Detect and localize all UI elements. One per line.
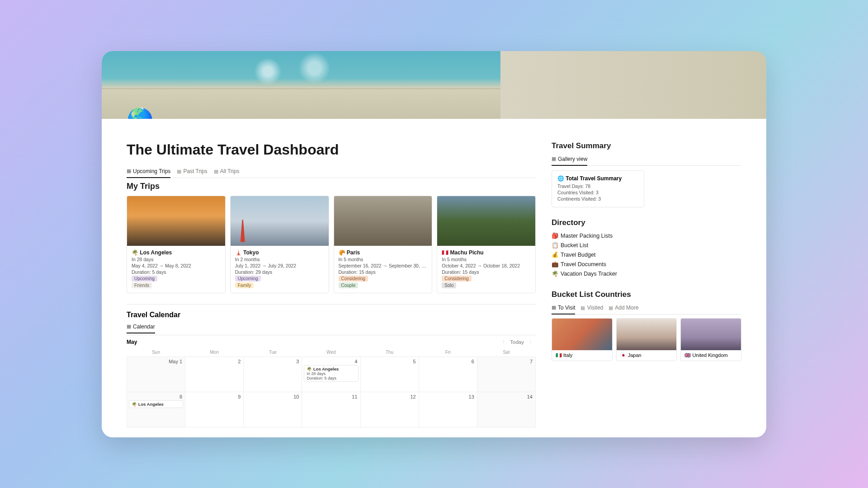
trip-duration: Duration: 15 days xyxy=(442,269,531,275)
type-tag: Friends xyxy=(132,282,152,288)
travel-summary-card[interactable]: 🌐 Total Travel Summary Travel Days: 78 C… xyxy=(552,170,644,207)
calendar-day[interactable]: 13 xyxy=(469,394,474,399)
status-tag: Considering xyxy=(442,276,471,282)
status-tag: Upcoming xyxy=(235,276,261,282)
status-tag: Upcoming xyxy=(132,276,157,282)
directory-list: 🎒Master Packing Lists📋Bucket List💰Travel… xyxy=(552,231,741,278)
tab-all-trips[interactable]: ▦ All Trips xyxy=(214,166,240,178)
directory-item[interactable]: 💰Travel Budget xyxy=(552,250,741,259)
trip-dates: July 1, 2022 → July 29, 2022 xyxy=(235,263,324,268)
bucket-list-heading: Bucket List Countries xyxy=(552,290,741,299)
country-image xyxy=(617,319,677,350)
calendar-day[interactable]: 3 xyxy=(296,359,299,364)
bucket-country-card[interactable]: 🇯🇵 Japan xyxy=(616,318,677,361)
calendar-event[interactable]: 🌴 Los Angeles In 28 days Duration: 5 day… xyxy=(304,365,358,382)
calendar-today-button[interactable]: Today xyxy=(510,339,524,345)
page-icon[interactable]: 🌎 xyxy=(127,107,154,119)
calendar-next-icon[interactable]: 〉 xyxy=(528,338,536,346)
calendar-day[interactable]: 2 xyxy=(238,359,241,364)
country-name: 🇮🇹 Italy xyxy=(552,350,612,361)
trip-title: 🇵🇪 Machu Pichu xyxy=(442,249,531,256)
grid-icon: ▦ xyxy=(214,169,218,174)
calendar-day[interactable]: 7 xyxy=(530,359,533,364)
trip-duration: Duration: 29 days xyxy=(235,269,324,275)
tab-visited[interactable]: ▦ Visited xyxy=(580,303,603,314)
country-name: 🇬🇧 United Kingdom xyxy=(681,350,741,361)
calendar-day[interactable]: 6 xyxy=(472,359,474,364)
trip-grid: 🌴 Los AngelesIn 28 daysMay 4, 2022 → May… xyxy=(127,196,536,293)
calendar-day[interactable]: 10 xyxy=(293,394,299,399)
gallery-icon: ▦ xyxy=(552,156,556,162)
app-window: 🌎 The Ultimate Travel Dashboard ▦ Upcomi… xyxy=(102,51,766,437)
trip-cover-image xyxy=(231,196,329,246)
trip-when: In 5 months xyxy=(442,257,531,262)
trip-card[interactable]: 🗼 TokyoIn 2 monthsJuly 1, 2022 → July 29… xyxy=(230,196,329,293)
calendar-day-header: Mon xyxy=(185,348,244,357)
tab-gallery-view[interactable]: ▦ Gallery view xyxy=(552,154,587,166)
grid-icon: ▦ xyxy=(580,305,585,311)
grid-icon: ▦ xyxy=(177,169,181,174)
trip-card[interactable]: 🥐 ParisIn 5 monthsSeptember 16, 2022 → S… xyxy=(334,196,433,293)
calendar-day[interactable]: 11 xyxy=(352,394,357,399)
tab-past-trips[interactable]: ▦ Past Trips xyxy=(177,166,207,178)
directory-item[interactable]: 📋Bucket List xyxy=(552,240,741,250)
calendar-day[interactable]: 14 xyxy=(527,394,533,399)
trip-cover-image xyxy=(437,196,535,246)
calendar-prev-icon[interactable]: 〈 xyxy=(498,338,506,346)
page-title: The Ultimate Travel Dashboard xyxy=(127,141,536,158)
my-trips-heading: My Trips xyxy=(127,182,536,191)
directory-item[interactable]: 💼Travel Documents xyxy=(552,259,741,269)
trip-cover-image xyxy=(334,196,432,246)
directory-item[interactable]: 🎒Master Packing Lists xyxy=(552,231,741,240)
calendar-day-header: Thu xyxy=(360,348,419,357)
trip-card[interactable]: 🇵🇪 Machu PichuIn 5 monthsOctober 4, 2022… xyxy=(437,196,536,293)
country-name: 🇯🇵 Japan xyxy=(617,350,677,361)
trip-card[interactable]: 🌴 Los AngelesIn 28 daysMay 4, 2022 → May… xyxy=(127,196,226,293)
trip-duration: Duration: 15 days xyxy=(339,269,428,275)
trip-cover-image xyxy=(127,196,225,246)
tab-calendar[interactable]: ▦ Calendar xyxy=(127,322,155,333)
calendar-day[interactable]: May 1 xyxy=(169,359,182,364)
directory-item-icon: 🌴 xyxy=(552,270,561,277)
grid-icon: ▦ xyxy=(127,168,131,174)
calendar-icon: ▦ xyxy=(127,324,131,329)
tab-upcoming-trips[interactable]: ▦ Upcoming Trips xyxy=(127,166,170,178)
tab-add-more[interactable]: ▦ Add More xyxy=(609,303,638,314)
trip-title: 🗼 Tokyo xyxy=(235,249,324,256)
country-image xyxy=(681,319,741,350)
trip-duration: Duration: 5 days xyxy=(132,269,221,275)
trip-dates: October 4, 2022 → October 18, 2022 xyxy=(442,263,531,268)
type-tag: Solo xyxy=(442,282,456,288)
travel-calendar-heading: Travel Calendar xyxy=(127,311,536,319)
grid-icon: ▦ xyxy=(609,305,613,311)
calendar-day[interactable]: 9 xyxy=(238,394,241,399)
calendar-day-header: Tue xyxy=(244,348,302,357)
directory-item[interactable]: 🌴Vacation Days Tracker xyxy=(552,269,741,278)
country-image xyxy=(552,319,612,350)
trip-when: In 5 months xyxy=(339,257,428,262)
calendar-event[interactable]: 🌴 Los Angeles xyxy=(129,400,183,408)
directory-item-icon: 🎒 xyxy=(552,232,561,239)
status-tag: Considering xyxy=(339,276,368,282)
divider xyxy=(127,304,536,305)
trip-title: 🌴 Los Angeles xyxy=(132,249,221,256)
calendar-day[interactable]: 5 xyxy=(413,359,416,364)
calendar-day-header: Sat xyxy=(477,348,535,357)
trip-when: In 28 days xyxy=(132,257,221,262)
directory-item-icon: 📋 xyxy=(552,242,561,249)
calendar-day[interactable]: 12 xyxy=(410,394,415,399)
calendar-grid: SunMonTueWedThuFriSat May 1 2 3 4 🌴 Los … xyxy=(127,348,536,427)
trip-dates: May 4, 2022 → May 8, 2022 xyxy=(132,263,221,268)
bucket-country-card[interactable]: 🇬🇧 United Kingdom xyxy=(680,318,741,361)
trip-title: 🥐 Paris xyxy=(339,249,428,256)
calendar-day[interactable]: 8 xyxy=(179,394,182,399)
calendar-day[interactable]: 4 xyxy=(354,359,357,364)
type-tag: Family xyxy=(235,282,254,288)
calendar-day-header: Fri xyxy=(419,348,477,357)
type-tag: Couple xyxy=(339,282,359,288)
directory-item-icon: 💼 xyxy=(552,261,561,267)
trip-when: In 2 months xyxy=(235,257,324,262)
calendar-day-header: Sun xyxy=(127,348,185,357)
tab-to-visit[interactable]: ▦ To Visit xyxy=(552,303,575,314)
bucket-country-card[interactable]: 🇮🇹 Italy xyxy=(552,318,613,361)
